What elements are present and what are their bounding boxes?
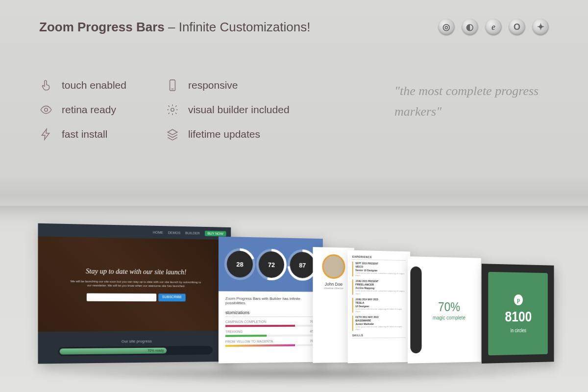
feature-responsive: responsive — [166, 78, 290, 92]
feature-list: touch enabled retina ready fast install … — [39, 78, 290, 141]
avatar — [322, 254, 345, 279]
feature-label: responsive — [188, 79, 238, 91]
feature-column-1: touch enabled retina ready fast install — [39, 78, 126, 141]
opera-icon: O — [509, 19, 525, 35]
feature-column-2: responsive visual builder included lifet… — [166, 78, 290, 141]
dial-3: 87 — [290, 252, 315, 278]
nav-item: BUILDER — [185, 231, 200, 235]
stat-panel: p 8100 in circles — [488, 272, 547, 356]
magic-label: magic complete — [433, 315, 466, 320]
feature-builder: visual builder included — [166, 103, 290, 117]
dial-2: 72 — [259, 251, 284, 278]
title-bold: Zoom Progress Bars — [39, 20, 165, 34]
eye-icon — [39, 103, 53, 117]
feature-updates: lifetime updates — [166, 127, 290, 141]
showcase-card-4: EXPERIENCE SEPT 2015 PRESENTVECOSenior U… — [348, 250, 410, 363]
caption: Zoom Progress Bars with Builder has infi… — [225, 296, 317, 306]
profile-role: creative director — [317, 287, 350, 290]
bar-1 — [225, 325, 317, 327]
nav-item: HOME — [153, 230, 163, 234]
experience-item: JANU 2015 PRESENTFREELANCERArcGis Mappin… — [352, 280, 406, 295]
bolt-icon — [39, 127, 53, 141]
bar-row-3: FROM YELLOW TO MAGENTA76% — [225, 339, 317, 343]
showcase-carousel: HOME DEMOS BUILDER BUY NOW Stay up to da… — [0, 216, 588, 377]
dial-1: 28 — [227, 250, 253, 277]
progress-bar: 70% ready — [58, 345, 213, 356]
feature-label: visual builder included — [188, 104, 290, 116]
svg-point-0 — [45, 108, 48, 112]
skills-heading: SKILLS — [352, 333, 406, 338]
title-rest: – Infinite Customizations! — [165, 20, 311, 34]
nav-item: DEMOS — [168, 231, 180, 234]
tagline-quote: "the most complete progress markers" — [394, 81, 541, 122]
feature-touch: touch enabled — [39, 78, 126, 92]
nav-cta: BUY NOW — [205, 230, 226, 236]
bar-3 — [225, 344, 317, 347]
showcase-card-5: 70% magic complete — [408, 256, 481, 364]
feature-label: lifetime updates — [188, 128, 260, 140]
card2-dials: 28 72 87 — [219, 237, 323, 292]
progress-label: Our site progress — [122, 339, 152, 343]
chrome-icon: ◎ — [438, 19, 455, 35]
card2-body: Zoom Progress Bars with Builder has infi… — [219, 291, 323, 355]
stat-label: in circles — [511, 327, 526, 333]
page-title: Zoom Progress Bars – Infinite Customizat… — [39, 20, 310, 35]
safari-icon: ✦ — [532, 19, 549, 35]
experience-item: JANU 2014 MAY 2015TESLAUI DesignerLorem … — [352, 297, 406, 313]
magic-pct: 70% — [438, 299, 460, 315]
experience-item: OCTO 2011 MAY 2013BASSWAREJunior Markete… — [352, 316, 406, 331]
feature-retina: retina ready — [39, 103, 126, 117]
showcase-card-6: p 8100 in circles — [482, 264, 554, 364]
feature-label: retina ready — [62, 104, 116, 116]
subscribe-button: SUBSCRIBE — [158, 294, 186, 302]
showcase-card-1: HOME DEMOS BUILDER BUY NOW Stay up to da… — [38, 223, 231, 364]
firefox-icon: ◐ — [462, 19, 478, 35]
phone-frame — [410, 267, 421, 354]
showcase-card-2: 28 72 87 Zoom Progress Bars with Builder… — [219, 237, 323, 364]
svg-point-3 — [171, 108, 174, 112]
feature-label: fast install — [62, 128, 107, 140]
feature-fast: fast install — [39, 127, 126, 141]
bar-row-2: TREKKING45% — [225, 330, 317, 334]
stat-number: 8100 — [505, 308, 532, 324]
subscribe-form: SUBSCRIBE — [87, 294, 186, 302]
card1-footer: Our site progress 70% ready — [38, 331, 231, 364]
hero-title: Stay up to date with our site launch! — [86, 267, 186, 276]
layers-icon — [166, 127, 179, 141]
card1-hero: Stay up to date with our site launch! We… — [38, 236, 231, 332]
ie-icon: e — [485, 19, 502, 35]
gear-icon — [166, 103, 179, 117]
section-title: stomizations — [225, 310, 317, 317]
phone-icon — [166, 78, 179, 92]
browser-icons: ◎ ◐ e O ✦ — [438, 19, 549, 35]
feature-label: touch enabled — [62, 79, 126, 91]
email-input — [87, 294, 156, 302]
hero-sub: We will be launching our site soon but y… — [68, 279, 203, 288]
profile-name: John Doe — [317, 282, 350, 287]
header: Zoom Progress Bars – Infinite Customizat… — [39, 19, 549, 35]
pinterest-icon: p — [514, 294, 523, 305]
experience-heading: EXPERIENCE — [352, 255, 406, 261]
experience-item: SEPT 2015 PRESENTVECOSenior UI DesignerL… — [352, 262, 406, 277]
bar-row-1: CAMPAIGN COMPLETION76% — [225, 320, 317, 323]
card2-section: stomizations CAMPAIGN COMPLETION76% TREK… — [225, 310, 317, 347]
bar-2 — [225, 334, 317, 337]
progress-fill: 70% ready — [60, 347, 167, 354]
touch-icon — [39, 78, 53, 92]
